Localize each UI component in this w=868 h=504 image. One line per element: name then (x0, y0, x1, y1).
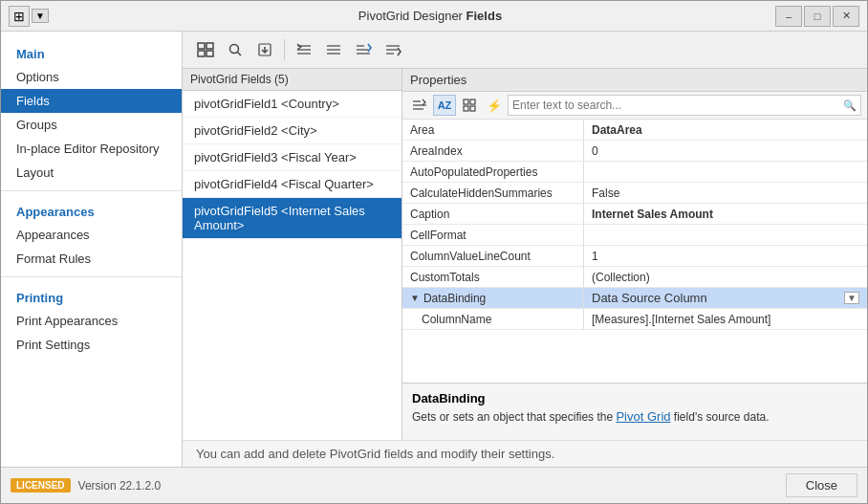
prop-value-columnname: [Measures].[Internet Sales Amount] (584, 309, 867, 329)
sidebar-divider-1 (1, 190, 182, 191)
collapse-all-button[interactable] (320, 37, 347, 62)
icon-dropdown[interactable]: ▼ (32, 9, 49, 23)
prop-row-databinding[interactable]: ▼DataBinding Data Source Column ▼ (402, 288, 867, 309)
svg-rect-0 (198, 43, 205, 49)
search-icon: 🔍 (843, 99, 857, 112)
sidebar-item-print-appearances[interactable]: Print Appearances (1, 309, 182, 333)
prop-name-areaindex: AreaIndex (402, 141, 584, 161)
prop-row-colvaluelinecount[interactable]: ColumnValueLineCount 1 (402, 246, 867, 267)
sidebar-divider-2 (1, 276, 182, 277)
main-panel: PivotGrid Fields (5) pivotGridField1 <Co… (183, 32, 867, 467)
svg-rect-24 (470, 99, 475, 104)
prop-value-cellformat (584, 225, 867, 245)
status-message: You can add and delete PivotGrid fields … (196, 447, 554, 461)
svg-rect-23 (464, 99, 468, 104)
props-lightning-btn[interactable]: ⚡ (483, 95, 506, 116)
prop-row-cellformat[interactable]: CellFormat (402, 225, 867, 246)
minimize-button[interactable]: – (775, 6, 802, 27)
search-button[interactable] (222, 37, 249, 62)
svg-line-5 (238, 53, 242, 56)
fields-panel: PivotGrid Fields (5) pivotGridField1 <Co… (183, 69, 402, 440)
props-cat-btn[interactable] (458, 95, 481, 116)
title-bar: ⊞ ▼ PivotGrid Designer Fields – □ ✕ (1, 1, 867, 32)
description-title: DataBinding (412, 391, 857, 405)
prop-value-databinding: Data Source Column ▼ (584, 288, 867, 308)
prop-name-databinding: ▼DataBinding (402, 288, 584, 308)
props-alpha-btn[interactable]: AZ (433, 95, 456, 116)
description-text: Gets or sets an object that specifies th… (412, 409, 857, 424)
prop-value-autopopulated (584, 162, 867, 182)
field-item-2[interactable]: pivotGridField3 <Fiscal Year> (183, 144, 401, 171)
maximize-button[interactable]: □ (804, 6, 831, 27)
window-title: PivotGrid Designer Fields (85, 9, 775, 23)
fields-panel-header: PivotGrid Fields (5) (183, 69, 401, 91)
status-bar: You can add and delete PivotGrid fields … (183, 440, 867, 467)
toolbar-separator-1 (284, 39, 285, 60)
props-sort-btn[interactable] (408, 95, 431, 116)
sidebar-item-appearances[interactable]: Appearances (1, 223, 182, 247)
description-link[interactable]: Pivot Grid (616, 409, 670, 424)
sort-up-button[interactable] (350, 37, 377, 62)
prop-name-customtotals: CustomTotals (402, 267, 584, 287)
sidebar-item-format-rules[interactable]: Format Rules (1, 247, 182, 271)
properties-panel-header: Properties (402, 69, 867, 92)
close-button[interactable]: Close (786, 473, 857, 497)
prop-row-calchidden[interactable]: CalculateHiddenSummaries False (402, 183, 867, 204)
prop-name-colvaluelinecount: ColumnValueLineCount (402, 246, 584, 266)
svg-rect-25 (464, 106, 468, 111)
sidebar-item-groups[interactable]: Groups (1, 113, 182, 137)
import-button[interactable] (251, 37, 278, 62)
props-scroll-area: Area DataArea AreaIndex 0 AutoPopulatedP… (402, 120, 867, 383)
properties-panel: Properties AZ ⚡ 🔍 (402, 69, 867, 440)
description-area: DataBinding Gets or sets an object that … (402, 383, 867, 440)
prop-row-autopopulated[interactable]: AutoPopulatedProperties (402, 162, 867, 183)
sidebar-item-print-settings[interactable]: Print Settings (1, 333, 182, 357)
sidebar-item-fields[interactable]: Fields (1, 89, 182, 113)
prop-row-areaindex[interactable]: AreaIndex 0 (402, 141, 867, 162)
bottom-bar: LICENSED Version 22.1.2.0 Close (1, 467, 867, 503)
prop-name-calchidden: CalculateHiddenSummaries (402, 183, 584, 203)
prop-value-calchidden: False (584, 183, 867, 203)
svg-rect-3 (206, 51, 213, 56)
window-title-bold: Fields (467, 9, 503, 23)
sort-down-button[interactable] (380, 37, 406, 62)
databinding-value-text: Data Source Column (592, 291, 707, 305)
fields-list: pivotGridField1 <Country> pivotGridField… (183, 91, 401, 440)
prop-row-customtotals[interactable]: CustomTotals (Collection) (402, 267, 867, 288)
sidebar-item-layout[interactable]: Layout (1, 161, 182, 185)
svg-rect-2 (198, 51, 205, 56)
sidebar-section-appearances: Appearances (1, 197, 182, 223)
field-item-0[interactable]: pivotGridField1 <Country> (183, 91, 401, 118)
field-item-4[interactable]: pivotGridField5 <Internet Sales Amount> (183, 198, 401, 239)
sidebar-item-inplace-editor[interactable]: In-place Editor Repository (1, 137, 182, 161)
svg-rect-26 (470, 106, 475, 111)
prop-row-area[interactable]: Area DataArea (402, 120, 867, 141)
svg-rect-1 (206, 43, 213, 49)
version-text: Version 22.1.2.0 (78, 479, 162, 493)
window-controls: – □ ✕ (775, 6, 859, 27)
toolbar (183, 32, 867, 69)
prop-value-caption: Internet Sales Amount (584, 204, 867, 224)
prop-row-columnname[interactable]: ColumnName [Measures].[Internet Sales Am… (402, 309, 867, 330)
licensed-badge: LICENSED (11, 478, 71, 493)
prop-row-caption[interactable]: Caption Internet Sales Amount (402, 204, 867, 225)
sidebar-section-main: Main (1, 39, 182, 65)
sidebar: Main Options Fields Groups In-place Edit… (1, 32, 183, 467)
content-area: Main Options Fields Groups In-place Edit… (1, 32, 867, 467)
databinding-dropdown-icon[interactable]: ▼ (844, 292, 859, 304)
field-item-1[interactable]: pivotGridField2 <City> (183, 118, 401, 144)
props-table: Area DataArea AreaIndex 0 AutoPopulatedP… (402, 120, 867, 383)
sidebar-item-options[interactable]: Options (1, 65, 182, 89)
prop-name-caption: Caption (402, 204, 584, 224)
app-icon[interactable]: ⊞ (9, 6, 30, 27)
prop-value-areaindex: 0 (584, 141, 867, 161)
close-button-titlebar[interactable]: ✕ (833, 6, 859, 27)
field-item-3[interactable]: pivotGridField4 <Fiscal Quarter> (183, 171, 401, 198)
collapse-icon-databinding: ▼ (410, 293, 420, 303)
prop-value-area: DataArea (584, 120, 867, 140)
search-input[interactable] (512, 99, 843, 112)
main-window: ⊞ ▼ PivotGrid Designer Fields – □ ✕ Main… (0, 0, 868, 504)
expand-all-button[interactable] (291, 37, 317, 62)
prop-name-cellformat: CellFormat (402, 225, 584, 245)
view-button[interactable] (192, 37, 219, 62)
